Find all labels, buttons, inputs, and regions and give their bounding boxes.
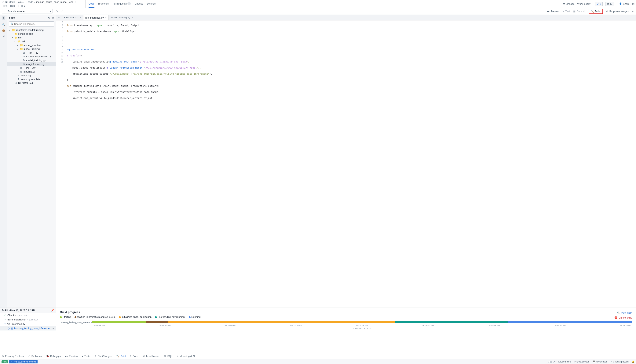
tree-file[interactable]: 🗎__init__.py — [7, 66, 56, 70]
new-badge[interactable]: New — [2, 360, 8, 363]
debugger-button[interactable]: 🐞Debugger — [46, 355, 61, 358]
build-button[interactable]: 🔨Build — [589, 9, 603, 14]
tab-pull-requests[interactable]: Pull requests1 — [112, 0, 131, 8]
panel-icon[interactable]: ▤ — [632, 2, 634, 5]
tree-file[interactable]: 🗎feature_engineering.py — [7, 54, 56, 58]
build-panel: Build - Nov 16, 2023 6:22 PM 📌 ✓ Checks … — [0, 308, 636, 353]
build-dataset-row[interactable]: ◌ ▦ housing_testing_data_inferences ⋯ — [0, 326, 56, 330]
file-search-input[interactable] — [9, 22, 54, 26]
problems-button[interactable]: ✔Problems — [28, 355, 42, 358]
code-content[interactable]: from transforms.api import transform, In… — [66, 20, 213, 308]
bell-icon[interactable]: 🔔 — [632, 360, 634, 363]
timeline-tick: 06:24:05 PM — [225, 324, 236, 327]
tree-folder[interactable]: ▸📁model_adapters — [7, 43, 56, 47]
close-icon[interactable]: × — [105, 16, 107, 19]
tab-checks[interactable]: Checks — [135, 0, 143, 8]
sql-button[interactable]: 🛢SQL — [164, 355, 172, 358]
add-icon[interactable]: ⊕ — [52, 16, 54, 19]
breadcrumb-folder[interactable]: code — [28, 0, 33, 4]
tree-file[interactable]: 🗎pipeline.py — [7, 70, 56, 74]
work-locally-button[interactable]: Work locally ▾ — [577, 2, 592, 5]
checks-passed-status: ✓ Checks passed — [610, 360, 628, 363]
shortcut-button[interactable]: ⌘ K — [605, 2, 613, 6]
commit-button[interactable]: ▣Commit — [573, 10, 585, 13]
branch-selector[interactable]: ⎇ Branch master ▾ — [2, 9, 53, 14]
collab-indicator[interactable]: ▥ 1 — [21, 4, 25, 7]
build-file-row[interactable]: ▾ ◌ run_inference.py — [0, 322, 56, 326]
breadcrumb-repo[interactable]: median_house_price_model_repo — [36, 0, 74, 4]
edit-icon[interactable]: ✎ — [138, 60, 140, 63]
editor-tab-active[interactable]: run_inference.py× — [83, 15, 109, 20]
tab-code[interactable]: Code — [89, 0, 94, 8]
more-icon[interactable]: ⋯ — [51, 63, 54, 66]
gear-icon[interactable]: ⚙ — [48, 16, 51, 19]
home-icon[interactable]: ⌂ — [56, 16, 62, 19]
new-branch-icon[interactable]: ⎇⁺ — [61, 10, 65, 13]
star-icon[interactable]: ☆ — [75, 0, 77, 4]
project-scoped-label[interactable]: Project scoped — [574, 360, 589, 363]
tree-file-active[interactable]: 🗎run_inference.py⋯ — [7, 62, 56, 66]
tree-folder[interactable]: ▸📁conda_recipe — [7, 32, 56, 36]
lineage-button[interactable]: ✱Lineage — [563, 2, 575, 5]
file-menu[interactable]: File ▾ — [3, 4, 8, 7]
rail-git-icon[interactable]: ⎇ — [2, 35, 5, 38]
file-sidebar: Files ⚙ ⊕ 🔍 ▾📁transforms-model-training … — [7, 15, 56, 308]
rail-search-icon[interactable]: 🔍 — [2, 23, 5, 26]
edit-icon[interactable]: ✎ — [144, 66, 145, 69]
build-checks-row[interactable]: ✓ Checks • just now — [0, 313, 56, 318]
build-init-row[interactable]: ✓ Build initialization • just now — [0, 318, 56, 322]
file-changes-button[interactable]: ⇵File Changes — [94, 355, 112, 358]
close-icon[interactable]: × — [80, 16, 81, 19]
tree-file[interactable]: 🗎README.md — [7, 81, 56, 85]
timeline-tick: 06:24:30 PM — [554, 324, 565, 327]
branch-label: Branch — [8, 10, 16, 13]
modeling-button[interactable]: ∿Modeling & AI — [176, 355, 195, 358]
view-build-button[interactable]: 🔨View build — [617, 312, 632, 314]
rail-package-icon[interactable]: 📦 — [2, 29, 5, 32]
footer-toolbar: ⊕Foundry Explorer ✔Problems 🐞Debugger ▸▸… — [0, 353, 636, 359]
dataset-link[interactable]: housing_test_data — [112, 60, 137, 63]
repo-icon: ▣ — [5, 0, 8, 4]
test-button[interactable]: ▸Test — [563, 10, 570, 13]
cancel-build-button[interactable]: ⛔Cancel build — [614, 316, 632, 319]
editor-tab[interactable]: model_training.py× — [109, 15, 135, 20]
tree-folder[interactable]: ▾📁transforms-model-training — [7, 28, 56, 32]
tests-button[interactable]: ▸Tests — [82, 355, 90, 358]
tree-file[interactable]: 🗎setup.cfg — [7, 74, 56, 77]
status-bar: New ✓Workspace connected AIP autocomplet… — [0, 359, 636, 364]
docs-button[interactable]: ▯Docs — [130, 355, 138, 358]
propose-changes-button[interactable]: ⇄Propose changes — [606, 10, 628, 13]
tree-folder[interactable]: ▾📁model_training — [7, 47, 56, 51]
model-link[interactable]: linear_regression_model — [110, 66, 142, 69]
tree-file[interactable]: 🗎model_training.py — [7, 58, 56, 62]
pr-icon: ⇄ — [606, 10, 608, 13]
preview-button[interactable]: ▸▸Preview — [65, 355, 78, 358]
more-icon[interactable]: ⋯ — [632, 10, 634, 13]
tab-settings[interactable]: Settings — [147, 0, 156, 8]
tree-folder[interactable]: ▾📁main — [7, 40, 56, 43]
editor-tab[interactable]: README.md× — [62, 15, 83, 20]
pin-icon[interactable]: 📌 — [51, 309, 54, 312]
edit-icon[interactable]: ✎ — [56, 10, 58, 13]
code-editor[interactable]: 1234 56789 10111213 from transforms.api … — [56, 20, 636, 308]
close-icon[interactable]: × — [132, 16, 133, 19]
preview-button[interactable]: ▸▸Preview — [547, 10, 559, 13]
tab-branches[interactable]: Branches — [98, 0, 109, 8]
more-icon[interactable]: ⋯ — [52, 327, 54, 330]
refresh-button[interactable]: ⟳1 — [595, 2, 603, 6]
spinner-icon: ◌ — [8, 327, 10, 330]
share-button[interactable]: 👤Share — [619, 2, 629, 5]
timeline-segment — [92, 321, 146, 323]
rail-files-icon[interactable]: 🗎 — [2, 16, 5, 20]
breadcrumb-root[interactable]: Model Traini… — [9, 0, 25, 4]
tree-file[interactable]: 🗎setup.py.template — [7, 77, 56, 81]
tree-file[interactable]: 🗎__init__.py — [7, 51, 56, 54]
foundry-explorer-button[interactable]: ⊕Foundry Explorer — [2, 355, 24, 358]
build-tab-button[interactable]: 🔨Build — [116, 355, 126, 358]
build-timeline: 06:23:55 PM06:24:00 PM06:24:05 PM06:24:1… — [92, 321, 632, 330]
task-runner-button[interactable]: ☑Task Runner — [142, 355, 160, 358]
help-menu[interactable]: Help ▾ — [10, 4, 17, 7]
workspace-status[interactable]: ✓Workspace connected — [9, 360, 38, 364]
aip-toggle[interactable]: AIP autocomplete — [548, 360, 571, 363]
tree-folder[interactable]: ▾📁src — [7, 36, 56, 40]
